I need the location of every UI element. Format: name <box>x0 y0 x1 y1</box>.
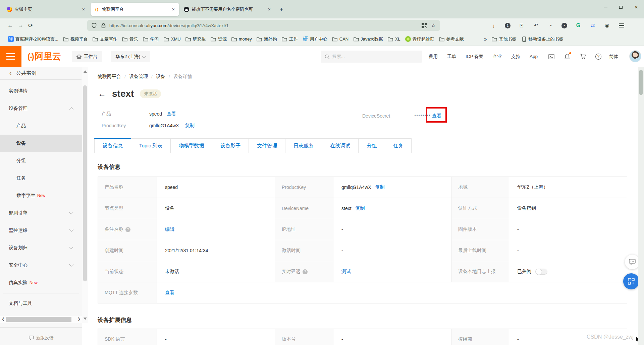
help-icon[interactable]: ? <box>595 54 601 60</box>
scroll-right-icon[interactable]: ❯ <box>77 317 80 321</box>
bookmark-item[interactable]: 其他书签 <box>492 36 517 42</box>
close-button[interactable]: ✕ <box>629 0 644 14</box>
browser-tab-iot-platform[interactable]: (-) 物联网平台 × <box>91 3 179 16</box>
sidebar-item-instance-detail[interactable]: 实例详情 <box>0 82 82 100</box>
bookmark-item[interactable]: 学习 <box>143 36 159 42</box>
view-product-link[interactable]: 查看 <box>167 111 176 117</box>
sidebar-item-digital-twin[interactable]: 数字孪生New <box>0 187 82 204</box>
console-search-input[interactable]: 搜索... <box>321 51 422 63</box>
quick-tools-button[interactable] <box>623 273 639 289</box>
tab-close-icon[interactable]: × <box>81 7 86 12</box>
bookmark-item[interactable]: 音乐 <box>122 36 138 42</box>
sidebar-horizontal-scrollbar[interactable]: ❮ ❯ <box>0 316 82 323</box>
bookmark-item[interactable]: 视频平台 <box>63 36 88 42</box>
new-tab-button[interactable]: + <box>276 3 286 16</box>
page-scrollbar[interactable] <box>638 67 644 345</box>
sidebar-item-group[interactable]: 分组 <box>0 152 82 169</box>
bookmark-item[interactable]: XL <box>388 36 400 42</box>
workbench-button[interactable]: 工作台 <box>72 51 102 62</box>
browser-tab-firefox-home[interactable]: 火狐主页 × <box>3 3 89 16</box>
maximize-button[interactable] <box>613 0 629 14</box>
bookmark-item[interactable]: 文章写作 <box>93 36 117 42</box>
device-tab-online-debug[interactable]: 在线调试 <box>322 138 359 153</box>
nav-link-app[interactable]: App <box>530 54 538 59</box>
breadcrumb-item[interactable]: 设备管理 <box>129 74 148 80</box>
breadcrumb-item[interactable]: 物联网平台 <box>98 74 121 80</box>
bookmark-item[interactable]: 研用户中心 <box>303 36 327 42</box>
undo-icon[interactable]: ↶ <box>533 22 539 29</box>
nav-link-enterprise[interactable]: 企业 <box>493 54 502 60</box>
local-log-toggle[interactable] <box>535 269 547 275</box>
bookmark-item[interactable]: 研究生 <box>185 36 206 42</box>
test-latency-link[interactable]: 测试 <box>341 269 351 275</box>
sidebar-item-device-assign[interactable]: 设备划归 <box>0 239 82 257</box>
blue-swap-icon[interactable]: ⇄ <box>589 22 596 29</box>
terminal-icon[interactable] <box>548 53 555 60</box>
forward-button[interactable]: → <box>18 22 23 29</box>
device-tab-log-service[interactable]: 日志服务 <box>285 138 322 153</box>
copy-devicename-link[interactable]: 复制 <box>356 205 365 211</box>
device-tab-device-info[interactable]: 设备信息 <box>94 138 131 153</box>
scroll-left-icon[interactable]: ❮ <box>2 317 5 321</box>
circled-1-icon[interactable]: 1 <box>505 23 511 28</box>
dark-extension-icon[interactable]: ▪ <box>561 23 567 28</box>
device-tab-task[interactable]: 任务 <box>385 138 412 153</box>
sidebar-item-monitor-ops[interactable]: 监控运维 <box>0 222 82 239</box>
copy-productkey-link[interactable]: 复制 <box>185 123 195 129</box>
device-tab-tsl-data[interactable]: 物模型数据 <box>171 138 212 153</box>
bookmarks-overflow-icon[interactable]: » <box>484 36 487 42</box>
sidebar-item-security-center[interactable]: 安全中心 <box>0 257 82 274</box>
edit-remark-link[interactable]: 编辑 <box>165 226 174 232</box>
bookmark-item[interactable]: 工作 <box>282 36 298 42</box>
console-menu-button[interactable] <box>0 46 21 67</box>
language-switch[interactable]: 简体 <box>609 54 618 60</box>
help-icon[interactable]: ? <box>303 269 308 274</box>
bookmark-item[interactable]: 参考文献 <box>439 36 464 42</box>
crop-icon[interactable]: ⊡ <box>518 22 525 29</box>
qr-code-icon[interactable] <box>421 22 427 29</box>
minimize-button[interactable] <box>598 0 613 14</box>
device-tab-topic-list[interactable]: Topic 列表 <box>131 138 171 153</box>
bookmark-item[interactable]: money <box>231 36 252 42</box>
browser-tab-github[interactable]: 能改下不需要用户名个密码也可 × <box>180 3 275 16</box>
sidebar-item-device[interactable]: 设备 <box>0 135 82 152</box>
scrollbar-thumb[interactable] <box>83 85 87 281</box>
contact-support-button[interactable] <box>625 255 640 269</box>
reload-button[interactable]: ⟳ <box>28 22 33 29</box>
sidebar-item-device-manage[interactable]: 设备管理 <box>0 100 82 117</box>
aliyun-logo[interactable]: (-)阿里云 <box>28 51 61 62</box>
nav-link-icp[interactable]: ICP 备案 <box>466 54 483 60</box>
feedback-button[interactable]: 新版反馈 <box>0 331 82 345</box>
back-arrow-button[interactable]: ← <box>98 90 106 98</box>
url-text[interactable]: https://iot.console.aliyun.com/devices/g… <box>109 23 418 28</box>
bookmark-star-icon[interactable]: ☆ <box>430 22 437 29</box>
sidebar-back-public-instance[interactable]: ‹ 公共实例 <box>0 67 36 79</box>
tab-close-icon[interactable]: × <box>171 7 176 12</box>
bookmark-item[interactable]: 海外购 <box>257 36 277 42</box>
bookmark-item[interactable]: CAN <box>332 36 348 42</box>
help-icon[interactable]: ? <box>125 227 130 232</box>
avatar[interactable] <box>629 50 641 62</box>
scroll-down-icon[interactable] <box>84 318 87 320</box>
sidebar-item-docs-tools[interactable]: 文档与工具 <box>0 295 82 312</box>
region-selector[interactable]: 华东2 (上海) <box>111 51 150 62</box>
green-g-icon[interactable]: G <box>575 22 582 29</box>
nav-link-tickets[interactable]: 工单 <box>447 54 456 60</box>
nav-link-billing[interactable]: 费用 <box>429 54 438 60</box>
bulb-icon[interactable]: ◉ <box>604 22 610 29</box>
sidebar-item-simulation[interactable]: 仿真实验New <box>0 274 82 291</box>
copy-productkey-link[interactable]: 复制 <box>375 184 385 190</box>
device-tab-group[interactable]: 分组 <box>359 138 385 153</box>
back-button[interactable]: ← <box>7 22 13 29</box>
shield-icon[interactable] <box>91 22 97 29</box>
clock-icon[interactable]: ◔ <box>547 22 554 29</box>
device-tab-file-manage[interactable]: 文件管理 <box>249 138 285 153</box>
view-mqtt-link[interactable]: 查看 <box>165 290 174 296</box>
bookmark-item[interactable]: Java大数据 <box>353 36 383 42</box>
nav-link-support[interactable]: 支持 <box>511 54 520 60</box>
device-tab-device-shadow[interactable]: 设备影子 <box>212 138 249 153</box>
bookmark-item[interactable]: XMU <box>164 36 181 42</box>
breadcrumb-item[interactable]: 设备 <box>156 74 165 80</box>
bookmark-item[interactable]: 移动设备上的书签 <box>521 36 564 42</box>
hamburger-menu-icon[interactable] <box>618 22 625 29</box>
